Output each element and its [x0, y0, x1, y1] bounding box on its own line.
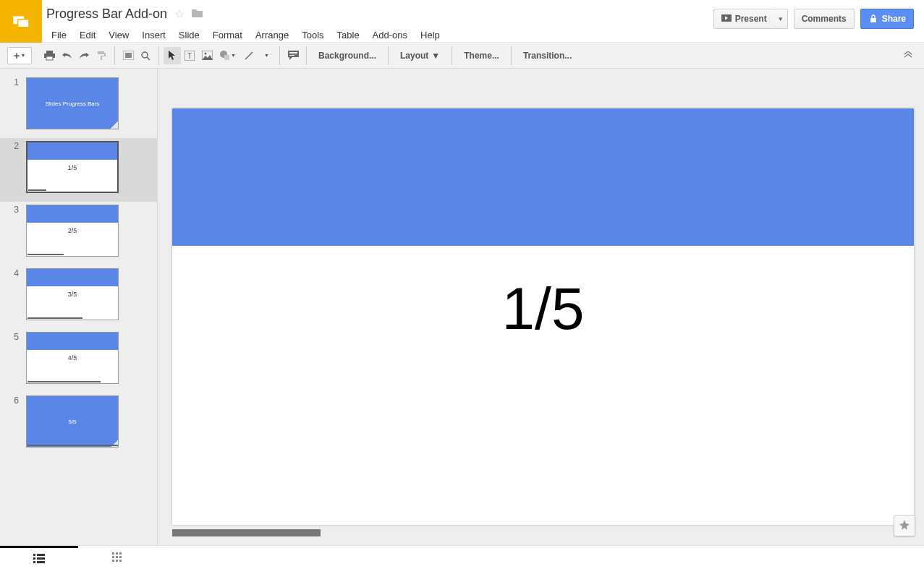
thumbnail-row[interactable]: 32/5	[0, 202, 157, 265]
current-slide[interactable]: 1/5	[172, 108, 914, 525]
thumbnail[interactable]: 1/5	[26, 141, 119, 193]
slides-icon	[12, 12, 30, 31]
thumbnail-progress-bar	[27, 317, 82, 319]
caret-down-icon: ▼	[778, 16, 784, 22]
svg-rect-27	[33, 561, 35, 563]
line-menu[interactable]: ▼	[258, 47, 275, 64]
comments-label: Comments	[802, 14, 847, 24]
document-title[interactable]: Progress Bar Add-on	[45, 7, 167, 22]
menu-file[interactable]: File	[45, 27, 73, 43]
background-button[interactable]: Background...	[311, 46, 383, 65]
fit-icon	[123, 51, 134, 60]
svg-rect-25	[33, 557, 35, 560]
redo-button[interactable]	[75, 47, 93, 64]
paint-format-button[interactable]	[93, 47, 110, 64]
caret-down-icon: ▼	[231, 53, 236, 58]
thumbnail[interactable]: 2/5	[26, 205, 119, 257]
slide-progress-bar	[172, 529, 321, 536]
menu-bar: File Edit View Insert Slide Format Arran…	[45, 23, 713, 43]
textbox-tool[interactable]: T	[181, 47, 198, 64]
image-icon	[202, 51, 213, 60]
shape-icon	[220, 51, 230, 60]
svg-rect-26	[37, 557, 45, 560]
comment-tool[interactable]	[284, 47, 302, 64]
explore-icon	[899, 520, 910, 531]
thumbnail[interactable]: 4/5	[26, 332, 119, 384]
collapse-toolbar-button[interactable]	[904, 50, 917, 61]
menu-insert[interactable]: Insert	[135, 27, 172, 43]
filmstrip-view-tab[interactable]	[0, 546, 78, 570]
print-button[interactable]	[41, 47, 58, 64]
svg-rect-36	[116, 560, 118, 562]
slides-logo[interactable]	[0, 0, 42, 43]
image-tool[interactable]	[198, 47, 216, 64]
menu-slide[interactable]: Slide	[172, 27, 206, 43]
star-icon[interactable]: ☆	[174, 7, 185, 21]
line-tool[interactable]	[240, 47, 258, 64]
thumbnail-row[interactable]: 1Slides Progress Bars	[0, 74, 157, 138]
svg-rect-24	[37, 554, 45, 556]
thumbnail-number: 3	[10, 205, 19, 257]
zoom-icon	[140, 51, 151, 61]
share-label: Share	[882, 14, 906, 24]
thumbnail[interactable]: 5/5	[26, 395, 119, 448]
select-tool[interactable]	[164, 47, 181, 64]
menu-arrange[interactable]: Arrange	[249, 27, 295, 43]
menu-help[interactable]: Help	[414, 27, 446, 43]
menu-addons[interactable]: Add-ons	[366, 27, 414, 43]
new-slide-button[interactable]: +▼	[7, 47, 32, 64]
slide-text: 1/5	[172, 275, 914, 343]
grid-view-icon	[112, 552, 122, 562]
menu-tools[interactable]: Tools	[295, 27, 330, 43]
menu-view[interactable]: View	[102, 27, 135, 43]
thumbnail-row[interactable]: 43/5	[0, 265, 157, 329]
thumbnail[interactable]: Slides Progress Bars	[26, 77, 119, 129]
svg-rect-18	[224, 55, 229, 60]
menu-format[interactable]: Format	[206, 27, 249, 43]
transition-button[interactable]: Transition...	[516, 46, 579, 65]
zoom-button[interactable]	[137, 47, 154, 64]
thumbnail-number: 4	[10, 268, 19, 320]
menu-edit[interactable]: Edit	[73, 27, 102, 43]
layout-button[interactable]: Layout▼	[393, 46, 447, 65]
caret-down-icon: ▼	[431, 51, 440, 61]
zoom-fit-button[interactable]	[119, 47, 137, 64]
svg-rect-1	[18, 19, 29, 27]
thumbnail-text: 1/5	[27, 164, 117, 171]
caret-down-icon: ▼	[20, 53, 25, 58]
thumbnail[interactable]: 3/5	[26, 268, 119, 320]
present-dropdown[interactable]: ▼	[774, 9, 788, 29]
thumbnail-content: Slides Progress Bars	[27, 78, 118, 129]
menu-table[interactable]: Table	[331, 27, 366, 43]
svg-rect-34	[119, 556, 122, 558]
shape-tool[interactable]: ▼	[216, 47, 240, 64]
comment-icon	[288, 51, 299, 60]
folder-icon[interactable]	[192, 8, 203, 20]
svg-rect-7	[46, 56, 53, 60]
svg-rect-35	[112, 560, 114, 562]
thumbnail-number: 6	[10, 395, 19, 448]
thumbnail-row[interactable]: 54/5	[0, 329, 157, 393]
svg-rect-4	[870, 18, 876, 22]
textbox-icon: T	[185, 51, 195, 61]
canvas-area[interactable]: 1/5	[158, 69, 924, 545]
print-icon	[44, 51, 55, 61]
svg-rect-32	[112, 556, 114, 558]
thumbnail-row[interactable]: 65/5	[0, 393, 157, 456]
svg-rect-29	[112, 552, 114, 555]
share-button[interactable]: Share	[860, 9, 914, 29]
theme-button[interactable]: Theme...	[457, 46, 506, 65]
explore-button[interactable]	[894, 515, 915, 536]
caret-down-icon: ▼	[264, 53, 269, 58]
thumbnail-row[interactable]: 21/5	[0, 138, 157, 202]
header-actions: Present ▼ Comments Share	[713, 0, 924, 29]
slide-blue-band	[172, 108, 914, 246]
present-button[interactable]: Present	[713, 9, 775, 29]
grid-view-tab[interactable]	[78, 546, 156, 570]
undo-button[interactable]	[58, 47, 75, 64]
workspace: 1Slides Progress Bars21/532/543/554/565/…	[0, 69, 924, 545]
footer-bar	[0, 545, 924, 569]
filmstrip[interactable]: 1Slides Progress Bars21/532/543/554/565/…	[0, 69, 158, 545]
comments-button[interactable]: Comments	[794, 9, 855, 29]
svg-line-12	[147, 57, 150, 60]
